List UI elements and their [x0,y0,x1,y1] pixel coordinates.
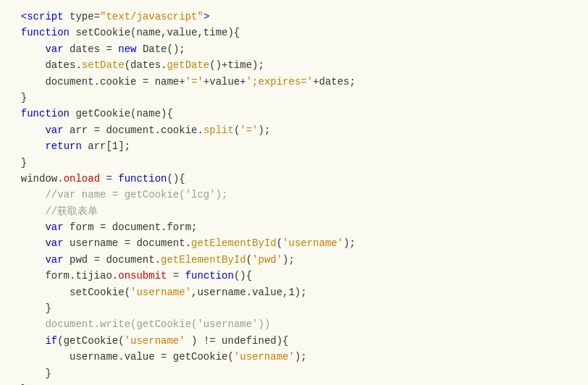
code-line: window.onload = function(){ [0,171,588,187]
code-token: var [45,122,63,138]
code-token: var [45,235,63,251]
code-token: setCookie( [9,284,130,300]
code-line: var form = document.form; [0,219,588,235]
code-token: Date(); [136,41,185,57]
code-token: username = document. [64,235,191,251]
code-token: username.value = getCookie( [9,349,234,365]
code-token: arr = document.cookie. [64,122,203,138]
code-token: onload [64,171,100,187]
code-token: type= [64,9,100,25]
code-token: ); [259,122,271,138]
code-line: } [0,155,588,171]
code-line: //var name = getCookie('lcg'); [0,187,588,203]
code-token: = [167,268,185,284]
code-token [9,235,45,251]
code-token [9,9,21,25]
code-token: getCookie(name){ [70,106,173,122]
code-line: var arr = document.cookie.split('='); [0,122,588,138]
code-token: } [9,365,51,381]
code-token: onsubmit [118,268,167,284]
code-token: } [9,90,27,106]
code-line: var username = document.getElementById('… [0,235,588,251]
code-token: '=' [240,122,258,138]
code-token: 'username' [130,284,191,300]
code-token: ); [343,235,356,251]
code-token: (){ [167,171,185,187]
code-token: ';expires=' [246,74,313,90]
code-token: } [9,381,27,385]
code-token: ()+time); [209,57,264,73]
code-token: document.cookie = name+ [9,74,185,90]
code-token: <script [21,9,64,25]
code-token: ); [295,349,307,365]
code-token [9,219,45,235]
code-token: return [45,138,81,154]
code-token [9,187,45,203]
code-token: ( [246,252,252,268]
code-token [9,252,45,268]
code-line: } [0,300,588,316]
code-token: 'username' [282,235,343,251]
code-token: +value+ [203,74,246,90]
code-token: //获取表单 [45,203,98,219]
code-token: 'username' [125,333,185,349]
code-token: )) [258,316,270,332]
code-line: var pwd = document.getElementById('pwd')… [0,252,588,268]
code-token: (){ [234,268,252,284]
code-token: arr[1]; [82,138,130,154]
code-token: function [118,171,167,187]
code-token: (dates. [125,57,167,73]
code-token [9,333,45,349]
code-token: > [203,9,209,25]
code-token: ); [282,252,295,268]
code-token: var [45,41,63,57]
code-line: document.write(getCookie('username')) [0,316,588,332]
code-line: setCookie('username',username.value,1); [0,284,588,300]
code-token: if [45,333,57,349]
code-token: document.write(getCookie( [45,316,197,332]
code-token: function [21,25,70,41]
code-line: <script type="text/javascript"> [0,9,588,25]
code-token [9,316,45,332]
code-token: form = document.form; [64,219,198,235]
code-token: } [9,155,27,171]
code-token: pwd = document. [64,252,161,268]
code-line: function getCookie(name){ [0,106,588,122]
code-token: } [9,300,51,316]
code-token: getDate [167,57,209,73]
code-token: 'username' [197,316,258,332]
code-line: } [0,381,588,385]
code-line: username.value = getCookie('username'); [0,349,588,365]
code-token: function [21,106,70,122]
code-token: ( [277,235,282,251]
code-token [9,25,21,41]
code-token [9,203,45,219]
code-token: function [185,268,234,284]
code-line: function setCookie(name,value,time){ [0,25,588,41]
code-token: var [45,252,63,268]
code-token: "text/javascript" [100,9,203,25]
code-token: getElementById [191,235,277,251]
code-token [9,122,45,138]
code-line: } [0,365,588,381]
code-token: 'pwd' [252,252,282,268]
code-token: dates. [9,57,82,73]
code-token [9,106,21,122]
code-token: setDate [82,57,125,73]
code-token [9,138,45,154]
code-token: form.tijiao. [9,268,118,284]
code-line: dates.setDate(dates.getDate()+time); [0,57,588,73]
code-line: form.tijiao.onsubmit = function(){ [0,268,588,284]
code-token: window. [9,171,64,187]
code-line: document.cookie = name+'='+value+';expir… [0,74,588,90]
code-token: //var name = getCookie('lcg'); [45,187,227,203]
code-token: ) != undefined){ [185,333,289,349]
code-line: var dates = new Date(); [0,41,588,57]
code-token: +dates; [313,74,356,90]
code-token: = [100,171,118,187]
code-token: ( [234,122,240,138]
code-token: new [118,41,136,57]
code-line: //获取表单 [0,203,588,219]
code-token: split [203,122,234,138]
code-token: '=' [185,74,203,90]
